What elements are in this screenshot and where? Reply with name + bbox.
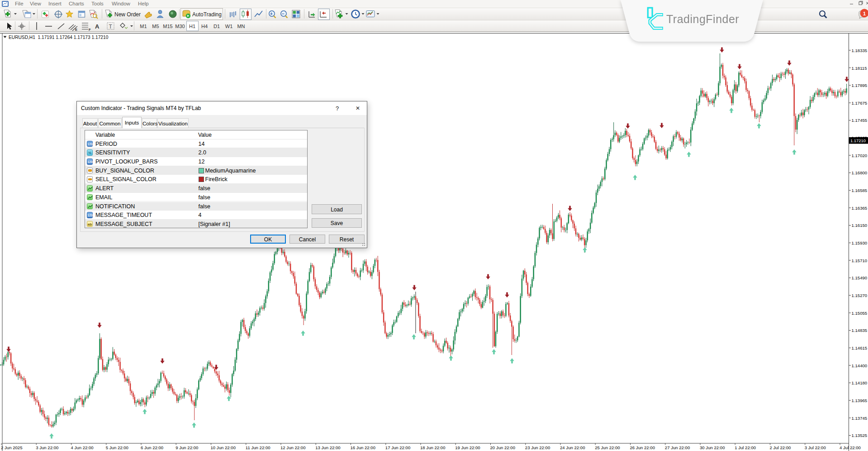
svg-text:11 Jun 22:00: 11 Jun 22:00 — [246, 445, 270, 450]
svg-text:30 Jun 22:00: 30 Jun 22:00 — [700, 445, 725, 450]
svg-text:19 Jun 22:00: 19 Jun 22:00 — [455, 445, 480, 450]
svg-text:−: − — [282, 11, 285, 16]
svg-text:3 Jun 22:00: 3 Jun 22:00 — [36, 445, 58, 450]
svg-text:25 Jun 22:00: 25 Jun 22:00 — [595, 445, 620, 450]
svg-text:1.17675: 1.17675 — [852, 101, 868, 106]
svg-text:10 Jun 22:00: 10 Jun 22:00 — [211, 445, 236, 450]
svg-text:13 Jun 22:00: 13 Jun 22:00 — [315, 445, 340, 450]
svg-text:H1: H1 — [189, 24, 195, 29]
svg-text:16 Jun 22:00: 16 Jun 22:00 — [351, 445, 375, 450]
svg-text:2 Jun 2025: 2 Jun 2025 — [1, 445, 22, 450]
svg-text:Insert: Insert — [48, 1, 62, 6]
svg-text:T: T — [109, 24, 113, 30]
svg-text:1.14400: 1.14400 — [852, 363, 868, 368]
svg-text:1.15710: 1.15710 — [852, 258, 868, 263]
svg-text:H4: H4 — [201, 24, 208, 29]
svg-text:1.17210: 1.17210 — [850, 138, 866, 143]
svg-text:MN: MN — [237, 24, 245, 29]
svg-text:1.16800: 1.16800 — [852, 170, 868, 175]
svg-text:Tools: Tools — [91, 1, 104, 6]
svg-text:Help: Help — [138, 1, 149, 6]
svg-text:View: View — [30, 1, 41, 6]
svg-text:M1: M1 — [140, 24, 147, 29]
svg-text:4 Jun 22:00: 4 Jun 22:00 — [71, 445, 94, 450]
svg-text:1.15930: 1.15930 — [852, 240, 868, 245]
svg-text:1.15055: 1.15055 — [852, 311, 868, 316]
svg-text:23 Jun 22:00: 23 Jun 22:00 — [525, 445, 550, 450]
svg-text:20 Jun 22:00: 20 Jun 22:00 — [490, 445, 515, 450]
svg-text:1 Jul 22:00: 1 Jul 22:00 — [735, 445, 756, 450]
svg-text:1.14835: 1.14835 — [852, 328, 868, 333]
svg-text:24 Jun 22:00: 24 Jun 22:00 — [560, 445, 585, 450]
svg-text:1.15490: 1.15490 — [852, 275, 868, 280]
svg-text:26 Jun 22:00: 26 Jun 22:00 — [630, 445, 655, 450]
svg-text:+: + — [270, 11, 273, 16]
svg-text:1.13965: 1.13965 — [852, 398, 868, 403]
svg-text:F: F — [89, 28, 91, 32]
svg-text:M5: M5 — [152, 24, 159, 29]
svg-text:9 Jun 22:00: 9 Jun 22:00 — [175, 445, 198, 450]
svg-text:1.13525: 1.13525 — [852, 433, 868, 438]
svg-text:4 Jul 22:00: 4 Jul 22:00 — [840, 445, 861, 450]
svg-text:M30: M30 — [175, 24, 185, 29]
svg-text:W1: W1 — [225, 24, 233, 29]
svg-text:2 Jul 22:00: 2 Jul 22:00 — [770, 445, 791, 450]
svg-text:3 Jul 22:00: 3 Jul 22:00 — [805, 445, 826, 450]
svg-text:1.15270: 1.15270 — [852, 293, 868, 298]
svg-text:D1: D1 — [213, 24, 220, 29]
svg-text:1.16365: 1.16365 — [852, 206, 868, 211]
svg-text:TradingFinder: TradingFinder — [666, 13, 739, 25]
svg-text:1.17895: 1.17895 — [852, 83, 868, 88]
svg-text:EURUSD,H1 1.17191 1.17264 1.1: EURUSD,H1 1.17191 1.17264 1.17173 1.1721… — [9, 35, 109, 40]
svg-text:17 Jun 22:00: 17 Jun 22:00 — [385, 445, 410, 450]
svg-text:5 Jun 22:00: 5 Jun 22:00 — [106, 445, 128, 450]
svg-text:18 Jun 22:00: 18 Jun 22:00 — [420, 445, 445, 450]
svg-text:12 Jun 22:00: 12 Jun 22:00 — [280, 445, 305, 450]
svg-text:6 Jun 22:00: 6 Jun 22:00 — [141, 445, 163, 450]
svg-text:1.14615: 1.14615 — [852, 345, 868, 350]
svg-text:1.13745: 1.13745 — [852, 416, 868, 421]
svg-text:Window: Window — [112, 1, 131, 6]
svg-text:M15: M15 — [163, 24, 172, 29]
svg-text:AutoTrading: AutoTrading — [192, 11, 222, 18]
svg-text:1.16150: 1.16150 — [852, 223, 868, 228]
svg-text:File: File — [15, 1, 24, 6]
svg-text:1.16585: 1.16585 — [852, 188, 868, 193]
svg-text:1.14180: 1.14180 — [852, 380, 868, 385]
svg-text:Charts: Charts — [69, 1, 84, 6]
svg-text:A: A — [95, 23, 100, 30]
svg-text:1.18115: 1.18115 — [852, 66, 867, 71]
svg-text:27 Jun 22:00: 27 Jun 22:00 — [665, 445, 690, 450]
svg-text:1.17455: 1.17455 — [852, 118, 868, 123]
svg-text:New Order: New Order — [114, 11, 141, 18]
svg-text:1.17020: 1.17020 — [852, 153, 868, 158]
svg-text:E: E — [75, 28, 77, 32]
